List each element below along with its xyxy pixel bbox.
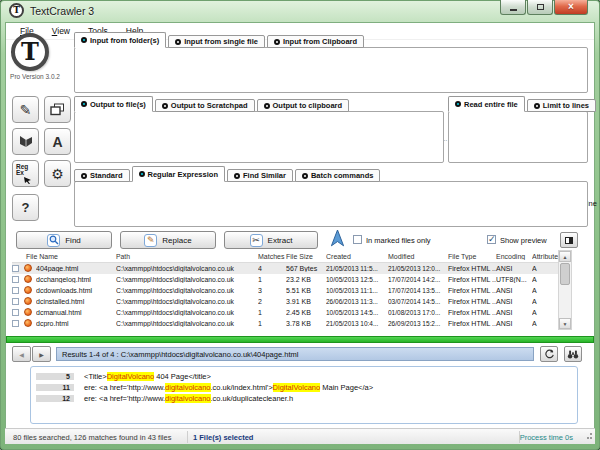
tab-indicator <box>264 103 270 109</box>
title-bar: T TextCrawler 3 × <box>0 0 600 22</box>
windows-button[interactable] <box>44 96 71 123</box>
tab-indicator <box>534 103 540 109</box>
tab-label: Input from single file <box>184 37 258 46</box>
version-label: Pro Version 3.0.2 <box>2 73 68 80</box>
row-checkbox[interactable] <box>12 309 19 316</box>
line-text: ere: <a href='http://www.digitalvolcano.… <box>74 383 373 392</box>
table-row[interactable]: dcchangelog.html C:\xammpp\htdocs\digita… <box>12 274 558 285</box>
menu-item-view[interactable]: View <box>44 24 78 38</box>
row-checkbox[interactable] <box>12 298 19 305</box>
tab-label: Standard <box>90 171 123 180</box>
panel-layout-icon <box>565 237 573 244</box>
output-tabs: Output to file(s) Output to Scratchpad O… <box>74 96 349 112</box>
status-search-summary: 80 files searched, 126 matches found in … <box>13 433 171 442</box>
extract-button[interactable]: ✂ Extract <box>224 231 318 249</box>
col-file-size[interactable]: File Size <box>286 253 326 260</box>
line-number: 12 <box>36 395 74 402</box>
table-row[interactable]: dcpro.html C:\xammpp\htdocs\digitalvolca… <box>12 318 558 329</box>
refresh-icon <box>544 349 555 360</box>
splitter-bar[interactable] <box>6 336 594 343</box>
tab-output-to-clipboard[interactable]: Output to clipboard <box>257 99 350 112</box>
find-button[interactable]: Find <box>16 231 112 249</box>
tab-label: Output to file(s) <box>90 100 146 109</box>
table-scrollbar[interactable]: ▲ ▼ <box>558 250 572 330</box>
tab-regular-expression[interactable]: Regular Expression <box>132 166 225 182</box>
font-button[interactable]: A <box>44 128 71 155</box>
tab-output-to-files[interactable]: Output to file(s) <box>74 96 153 112</box>
col-file-name[interactable]: File Name <box>12 253 116 260</box>
table-row[interactable]: dcdownloads.html C:\xammpp\htdocs\digita… <box>12 285 558 296</box>
row-checkbox[interactable] <box>12 276 19 283</box>
regex-icon-text2: Ex <box>16 170 24 177</box>
scroll-down-icon[interactable]: ▼ <box>559 318 571 329</box>
col-created[interactable]: Created <box>326 253 388 260</box>
tab-input-from-clipboard[interactable]: Input from Clipboard <box>267 35 364 48</box>
logo-letter: T <box>21 40 39 64</box>
col-matches[interactable]: Matches <box>258 253 286 260</box>
row-checkbox[interactable] <box>12 287 19 294</box>
results-header-bar: Results 1-4 of 4 : C:\xammpp\htdocs\digi… <box>56 347 534 361</box>
cursor-arrow-icon <box>24 177 32 184</box>
results-header-text: Results 1-4 of 4 : C:\xammpp\htdocs\digi… <box>62 350 298 359</box>
tab-selected-indicator <box>81 101 87 107</box>
line-text: <Title>DigitalVolcano 404 Page</title> <box>74 372 211 381</box>
replace-button-label: Replace <box>162 236 191 245</box>
find-button-label: Find <box>65 236 81 245</box>
tab-label: Read entire file <box>464 100 518 109</box>
tab-label: Output to Scratchpad <box>171 101 248 110</box>
table-row[interactable]: dcinstalled.html C:\xammpp\htdocs\digita… <box>12 296 558 307</box>
preview-line: 11 ere: <a href='http://www.digitalvolca… <box>36 382 373 392</box>
refresh-button[interactable] <box>540 346 558 362</box>
col-attributes[interactable]: Attributes <box>532 253 558 260</box>
help-button[interactable]: ? <box>12 194 39 221</box>
show-preview-checkbox[interactable] <box>487 235 496 244</box>
next-result-button[interactable]: ▶ <box>32 346 51 362</box>
search-panel <box>74 181 588 227</box>
tab-find-similar[interactable]: Find Similar <box>227 169 293 182</box>
table-row[interactable]: dcmanual.html C:\xammpp\htdocs\digitalvo… <box>12 307 558 318</box>
minimize-button[interactable] <box>500 0 526 15</box>
edit-scratchpad-button[interactable]: ✎ <box>12 96 39 123</box>
read-tabs: Read entire file Limit to lines <box>448 96 596 112</box>
tab-output-to-scratchpad[interactable]: Output to Scratchpad <box>155 99 255 112</box>
previous-result-button[interactable]: ◀ <box>12 346 31 362</box>
tab-label: Find Similar <box>243 171 286 180</box>
status-files-selected: 1 File(s) selected <box>193 433 253 442</box>
col-path[interactable]: Path <box>116 253 258 260</box>
search-results-button[interactable] <box>564 346 582 362</box>
replace-button[interactable]: ✎ Replace <box>120 231 216 249</box>
resize-grip[interactable] <box>584 433 592 441</box>
tab-standard[interactable]: Standard <box>74 169 130 182</box>
table-row[interactable]: 404page.html C:\xammpp\htdocs\digitalvol… <box>12 263 558 274</box>
close-button[interactable]: × <box>554 0 588 15</box>
scroll-up-icon[interactable]: ▲ <box>559 251 571 262</box>
html-file-icon <box>24 286 32 294</box>
read-panel <box>448 111 588 163</box>
scroll-thumb[interactable] <box>560 263 570 285</box>
marked-files-only-checkbox[interactable] <box>353 235 362 244</box>
input-panel <box>74 47 588 93</box>
status-bar: 80 files searched, 126 matches found in … <box>5 428 595 444</box>
settings-button[interactable]: ⚙ <box>44 160 71 187</box>
tab-limit-to-lines[interactable]: Limit to lines <box>527 99 596 112</box>
regex-helper-button[interactable]: Reg Ex <box>12 160 39 187</box>
tab-indicator <box>175 39 181 45</box>
tab-input-from-folders[interactable]: Input from folder(s) <box>74 32 166 48</box>
match-highlight: digitalvolcano <box>165 394 210 403</box>
col-encoding[interactable]: Encoding <box>496 253 532 260</box>
close-icon: × <box>568 2 574 12</box>
window-title: TextCrawler 3 <box>30 5 94 17</box>
tab-read-entire-file[interactable]: Read entire file <box>448 96 525 112</box>
tab-indicator <box>81 173 87 179</box>
library-button[interactable] <box>12 128 39 155</box>
row-checkbox[interactable] <box>12 265 19 272</box>
tab-batch-commands[interactable]: Batch commands <box>295 169 381 182</box>
preview-layout-button[interactable] <box>560 232 578 248</box>
scissors-icon: ✂ <box>250 234 263 247</box>
col-file-type[interactable]: File Type <box>448 253 496 260</box>
tab-selected-indicator <box>455 101 461 107</box>
tab-input-from-single-file[interactable]: Input from single file <box>168 35 265 48</box>
col-modified[interactable]: Modified <box>388 253 448 260</box>
row-checkbox[interactable] <box>12 320 19 327</box>
maximize-button[interactable] <box>527 0 553 15</box>
